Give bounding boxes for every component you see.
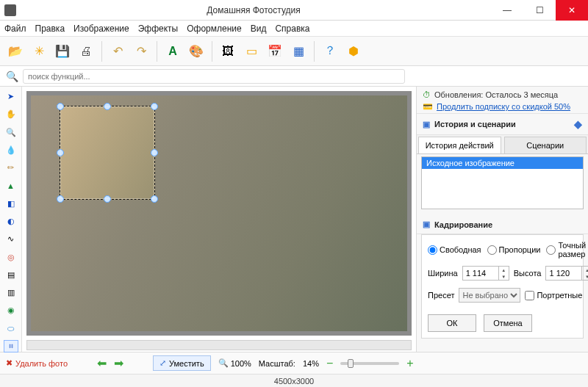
search-input[interactable] <box>23 69 405 84</box>
portrait-checkbox[interactable]: Портретные <box>525 291 582 300</box>
calendar-icon[interactable]: 📅 <box>264 40 286 62</box>
image-icon[interactable]: 🖼 <box>217 40 239 62</box>
crop-handle-l[interactable] <box>57 149 64 156</box>
menu-view[interactable]: Вид <box>251 23 267 34</box>
mode-exact[interactable]: Точный размер <box>546 241 586 258</box>
crop-handle-r[interactable] <box>151 149 158 156</box>
tab-scenarios[interactable]: Сценарии <box>504 137 587 153</box>
crop-handle-bl[interactable] <box>57 195 64 203</box>
zoom-out-icon[interactable]: − <box>326 357 333 370</box>
eraser-tool-icon[interactable]: ⬭ <box>4 322 18 333</box>
brush-tool-icon[interactable]: ✏ <box>4 162 18 173</box>
image-dimensions: 4500x3000 <box>274 377 314 386</box>
zoom-slider[interactable] <box>340 362 399 365</box>
delete-photo-button[interactable]: ✖Удалить фото <box>6 358 68 368</box>
height-spinner[interactable]: ▲▼ <box>582 266 588 281</box>
prev-arrow-icon[interactable]: ⬅ <box>97 356 107 370</box>
window-title: Домашняя Фотостудия <box>16 5 491 15</box>
clock-icon: ⏱ <box>423 90 431 100</box>
redeye-tool-icon[interactable]: ◎ <box>4 251 18 262</box>
left-toolbox: ➤ ✋ 🔍 💧 ✏ ▲ ◧ ◐ ∿ ◎ ▤ ▥ ◉ ⬭ ⌗ <box>0 87 22 352</box>
crop-selection[interactable] <box>60 106 155 200</box>
contrast-tool-icon[interactable]: ◐ <box>4 216 18 227</box>
menu-image[interactable]: Изображение <box>74 23 129 34</box>
menubar: Файл Правка Изображение Эффекты Оформлен… <box>0 21 588 37</box>
search-bar: 🔍 <box>0 66 588 87</box>
canvas-wrap <box>22 87 416 352</box>
history-list[interactable]: Исходное изображение <box>421 156 584 209</box>
height-label: Высота <box>514 269 542 278</box>
crop-tool-icon[interactable]: ⌗ <box>4 341 18 352</box>
undo-icon[interactable]: ↶ <box>107 40 129 62</box>
horizontal-scrollbar[interactable] <box>26 340 412 350</box>
tab-history[interactable]: История действий <box>418 137 501 153</box>
pointer-tool-icon[interactable]: ➤ <box>4 91 18 102</box>
save-icon[interactable]: 💾 <box>51 40 74 62</box>
width-spinner[interactable]: ▲▼ <box>499 266 509 281</box>
mode-free[interactable]: Свободная <box>428 245 481 255</box>
grid-icon[interactable]: ▦ <box>287 40 309 62</box>
menu-help[interactable]: Справка <box>275 23 309 34</box>
menu-effects[interactable]: Эффекты <box>138 23 179 34</box>
frame-icon[interactable]: ▭ <box>240 40 262 62</box>
canvas[interactable] <box>26 91 412 336</box>
crop-handle-tr[interactable] <box>151 103 158 110</box>
renew-link[interactable]: Продлить подписку со скидкой 50% <box>437 101 570 112</box>
text-icon[interactable]: A <box>162 40 184 62</box>
crop-handle-tl[interactable] <box>57 103 64 110</box>
close-button[interactable]: ✕ <box>556 0 588 21</box>
redo-icon[interactable]: ↷ <box>130 40 152 62</box>
ok-button[interactable]: ОК <box>428 314 476 332</box>
dimensions-row: Ширина ▲▼ Высота ▲▼ <box>428 266 577 281</box>
next-arrow-icon[interactable]: ➡ <box>114 356 123 370</box>
preset-row: Пресет Не выбрано Портретные <box>428 288 577 303</box>
crop-title: Кадрирование <box>434 220 492 229</box>
layers-tool-icon[interactable]: ▤ <box>4 270 18 281</box>
zoom-100-button[interactable]: 🔍100% <box>218 358 251 368</box>
zoom-tool-icon[interactable]: 🔍 <box>4 127 18 138</box>
channels-tool-icon[interactable]: ▥ <box>4 287 18 298</box>
crop-icon: ▣ <box>423 220 430 229</box>
crop-panel-header: ▣ Кадрирование <box>417 215 588 234</box>
curves-tool-icon[interactable]: ∿ <box>4 234 18 245</box>
eyedropper-tool-icon[interactable]: 💧 <box>4 145 18 156</box>
gradient-tool-icon[interactable]: ◧ <box>4 198 18 209</box>
history-item[interactable]: Исходное изображение <box>422 157 583 169</box>
clone-tool-icon[interactable]: ▲ <box>4 180 18 191</box>
scale-value: 14% <box>303 359 319 368</box>
cancel-button[interactable]: Отмена <box>484 314 532 332</box>
zoom-thumb[interactable] <box>348 359 354 368</box>
menu-edit[interactable]: Правка <box>35 23 65 34</box>
menu-decoration[interactable]: Оформление <box>187 23 241 34</box>
width-input[interactable] <box>462 266 499 281</box>
open-icon[interactable]: 📂 <box>4 40 26 62</box>
bottom-bar: ✖Удалить фото ⬅ ➡ ⤢Уместить 🔍100% Масшта… <box>0 352 588 374</box>
stamp-tool-icon[interactable]: ◉ <box>4 305 18 316</box>
help-icon[interactable]: ？ <box>319 40 341 62</box>
history-tabs: История действий Сценарии <box>417 135 588 154</box>
fit-icon: ⤢ <box>159 358 166 368</box>
minimize-button[interactable]: — <box>491 0 523 21</box>
crop-handle-t[interactable] <box>104 103 111 110</box>
hand-tool-icon[interactable]: ✋ <box>4 109 18 120</box>
home-icon[interactable]: ⬢ <box>343 40 365 62</box>
crop-handle-b[interactable] <box>104 195 111 203</box>
history-panel-header: ▣ История и сценарии ◆ <box>417 114 588 135</box>
height-input[interactable] <box>545 266 582 281</box>
collapse-icon[interactable]: ◆ <box>574 118 582 130</box>
print-icon[interactable]: 🖨 <box>75 40 97 62</box>
mode-ratio[interactable]: Пропорции <box>487 245 541 255</box>
film-icon[interactable]: ✳ <box>28 40 50 62</box>
crop-panel: Свободная Пропорции Точный размер Ширина… <box>421 234 584 339</box>
search-icon: 🔍 <box>6 70 18 82</box>
history-icon: ▣ <box>423 120 430 129</box>
delete-icon: ✖ <box>6 358 12 368</box>
preset-select[interactable]: Не выбрано <box>459 288 520 303</box>
crop-handle-br[interactable] <box>151 195 158 203</box>
app-icon <box>4 4 16 16</box>
maximize-button[interactable]: ☐ <box>523 0 556 21</box>
palette-icon[interactable]: 🎨 <box>185 40 207 62</box>
fit-button[interactable]: ⤢Уместить <box>153 355 211 371</box>
menu-file[interactable]: Файл <box>4 23 26 34</box>
zoom-in-icon[interactable]: + <box>406 357 413 370</box>
